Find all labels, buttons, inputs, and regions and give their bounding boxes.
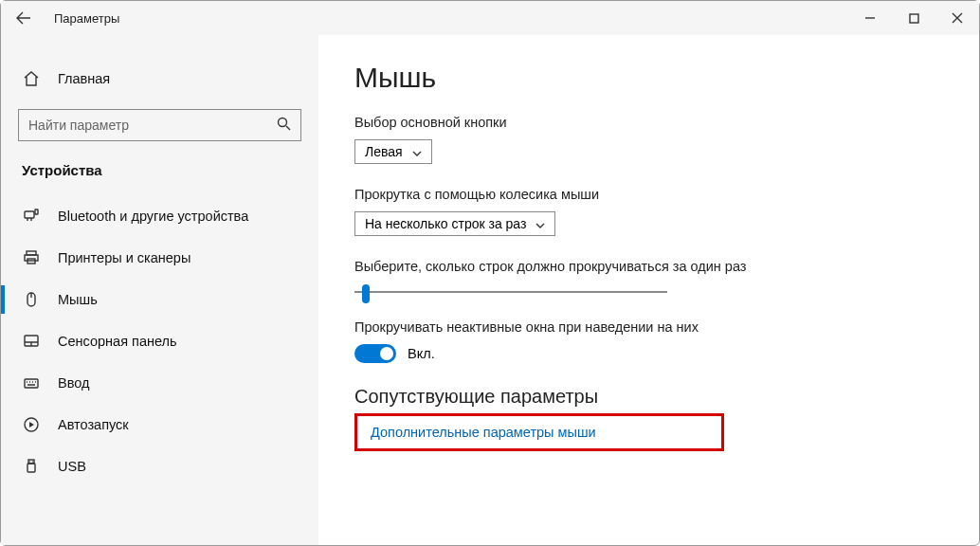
- search-wrap: [18, 109, 301, 141]
- slider-thumb[interactable]: [362, 284, 370, 303]
- highlight-annotation: Дополнительные параметры мыши: [354, 413, 724, 451]
- sidebar-item-usb[interactable]: USB: [1, 446, 318, 487]
- sidebar-item-label: Сенсорная панель: [58, 334, 177, 349]
- sidebar-home-label: Главная: [58, 71, 110, 86]
- sidebar-category: Устройства: [1, 158, 318, 195]
- keyboard-icon: [22, 373, 41, 392]
- svg-rect-2: [25, 211, 34, 218]
- svg-rect-0: [910, 14, 918, 23]
- lines-slider[interactable]: [354, 283, 667, 300]
- scroll-wheel-label: Прокрутка с помощью колесика мыши: [354, 187, 943, 202]
- slider-track: [354, 291, 667, 293]
- autoplay-icon: [22, 415, 41, 434]
- scroll-wheel-dropdown[interactable]: На несколько строк за раз: [354, 211, 555, 236]
- sidebar-item-label: Ввод: [58, 375, 89, 391]
- sidebar-item-mouse[interactable]: Мышь: [1, 279, 318, 320]
- svg-point-1: [279, 118, 287, 126]
- search-box[interactable]: [18, 109, 301, 141]
- primary-button-value: Левая: [365, 144, 403, 159]
- usb-icon: [22, 457, 41, 476]
- svg-rect-9: [25, 379, 38, 388]
- chevron-down-icon: [535, 216, 545, 231]
- bluetooth-icon: [22, 207, 41, 226]
- svg-rect-12: [27, 464, 35, 472]
- sidebar-item-printers[interactable]: Принтеры и сканеры: [1, 237, 318, 279]
- sidebar-item-touchpad[interactable]: Сенсорная панель: [1, 320, 318, 362]
- search-icon: [277, 117, 291, 135]
- sidebar-item-label: Принтеры и сканеры: [58, 250, 191, 265]
- printer-icon: [22, 248, 41, 267]
- window-title: Параметры: [54, 11, 119, 26]
- titlebar: Параметры: [1, 1, 979, 35]
- sidebar: Главная Устройства Bluetooth и другие ус…: [1, 35, 318, 545]
- chevron-down-icon: [412, 144, 422, 159]
- settings-window: Параметры Главная: [0, 0, 980, 546]
- primary-button-dropdown[interactable]: Левая: [354, 139, 432, 164]
- related-settings-title: Сопутствующие параметры: [354, 386, 943, 408]
- inactive-scroll-toggle-row: Вкл.: [354, 344, 943, 363]
- close-button[interactable]: [935, 1, 979, 35]
- primary-button-label: Выбор основной кнопки: [354, 115, 943, 130]
- sidebar-item-autoplay[interactable]: Автозапуск: [1, 404, 318, 446]
- minimize-button[interactable]: [848, 1, 892, 35]
- sidebar-item-label: USB: [58, 459, 86, 474]
- sidebar-item-label: Мышь: [58, 292, 98, 307]
- inactive-scroll-label: Прокручивать неактивные окна при наведен…: [354, 319, 943, 335]
- sidebar-item-typing[interactable]: Ввод: [1, 362, 318, 404]
- svg-rect-3: [35, 209, 38, 214]
- maximize-button[interactable]: [892, 1, 935, 35]
- sidebar-item-label: Автозапуск: [58, 417, 129, 432]
- window-body: Главная Устройства Bluetooth и другие ус…: [1, 35, 979, 545]
- home-icon: [22, 69, 41, 88]
- search-input[interactable]: [28, 118, 277, 133]
- scroll-wheel-value: На несколько строк за раз: [365, 216, 526, 231]
- page-title: Мышь: [354, 62, 943, 94]
- mouse-icon: [22, 290, 41, 309]
- sidebar-home[interactable]: Главная: [1, 58, 318, 100]
- back-button[interactable]: [10, 5, 37, 31]
- sidebar-item-label: Bluetooth и другие устройства: [58, 209, 248, 224]
- lines-label: Выберите, сколько строк должно прокручив…: [354, 259, 943, 274]
- window-controls: [848, 1, 979, 35]
- content-pane: Мышь Выбор основной кнопки Левая Прокрут…: [318, 35, 979, 545]
- sidebar-item-bluetooth[interactable]: Bluetooth и другие устройства: [1, 195, 318, 237]
- inactive-scroll-toggle[interactable]: [354, 344, 396, 363]
- svg-rect-5: [25, 255, 38, 261]
- touchpad-icon: [22, 332, 41, 351]
- additional-mouse-options-link[interactable]: Дополнительные параметры мыши: [371, 425, 596, 440]
- toggle-state-label: Вкл.: [408, 346, 435, 361]
